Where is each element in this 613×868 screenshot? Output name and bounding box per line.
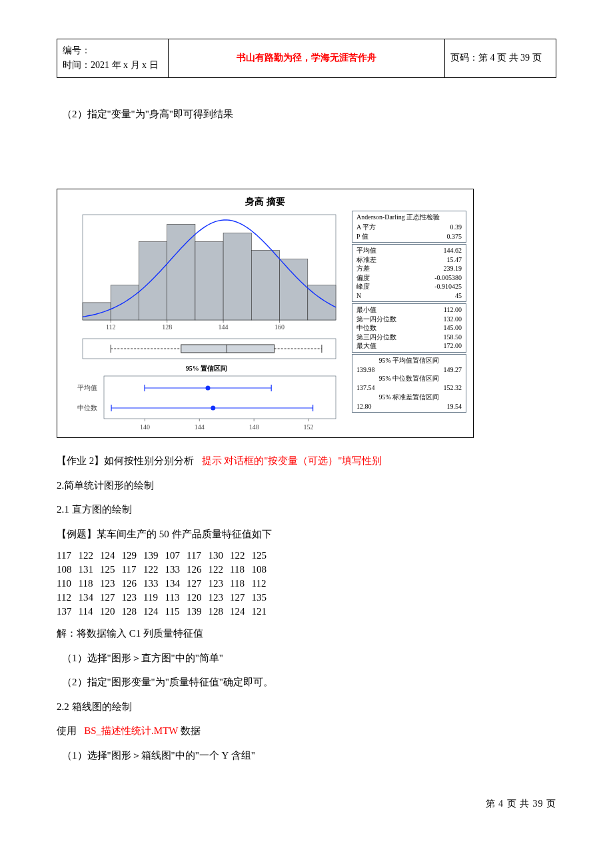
example-title: 【例题】某车间生产的 50 件产品质量特征值如下 [57, 525, 556, 544]
header-banner: 书山有路勤为径，学海无涯苦作舟 [169, 39, 445, 78]
data-cell: 108 [57, 563, 79, 577]
header-page: 页码：第 4 页 共 39 页 [445, 39, 556, 78]
svg-text:144: 144 [195, 423, 205, 431]
stats-panel: Anderson-Darling 正态性检验A 平方0.39P 值0.375 平… [352, 211, 466, 432]
svg-text:112: 112 [106, 323, 116, 331]
summary-chart: 身高 摘要 112128144160 [57, 189, 474, 438]
data-cell: 126 [122, 577, 144, 591]
svg-rect-3 [139, 242, 167, 321]
svg-rect-8 [280, 259, 308, 320]
data-cell: 120 [100, 605, 122, 619]
table-row: 112134127123119113120123127135 [57, 591, 273, 605]
descriptive-stats-box: 平均值144.62标准差15.47方差239.19偏度-0.005380峰度-0… [352, 244, 466, 302]
data-cell: 131 [79, 563, 101, 577]
boxplot-plot [64, 337, 344, 361]
hw2-hint: 提示 对话框的"按变量（可选）"填写性别 [202, 455, 382, 466]
data-cell: 130 [209, 549, 231, 563]
data-cell: 107 [165, 549, 187, 563]
data-cell: 108 [252, 563, 274, 577]
svg-text:148: 148 [249, 423, 259, 431]
data-cell: 126 [187, 563, 209, 577]
svg-text:中位数: 中位数 [77, 404, 97, 411]
ci-plot: 平均值中位数 140144148152 [64, 375, 344, 432]
data-cell: 117 [57, 549, 79, 563]
data-cell: 121 [252, 605, 274, 619]
table-row: 110118123126133134127123118112 [57, 577, 273, 591]
data-cell: 139 [187, 605, 209, 619]
data-cell: 127 [187, 577, 209, 591]
svg-rect-23 [181, 345, 275, 353]
data-cell: 135 [252, 591, 274, 605]
use-file: BS_描述性统计.MTW [84, 725, 178, 736]
data-cell: 113 [165, 591, 187, 605]
use-file-line: 使用 BS_描述性统计.MTW 数据 [57, 721, 556, 741]
box-step1: （1）选择"图形＞箱线图"中的"一个 Y 含组" [62, 746, 556, 765]
svg-rect-9 [308, 285, 336, 320]
step2-text: （2）指定"变量"为"身高"即可得到结果 [62, 105, 556, 124]
quantiles-box: 最小值112.00第一四分位数132.00中位数145.00第三四分位数158.… [352, 303, 466, 353]
data-cell: 123 [122, 591, 144, 605]
svg-text:128: 128 [162, 323, 172, 331]
data-cell: 129 [122, 549, 144, 563]
data-cell: 118 [230, 563, 252, 577]
data-cell: 124 [230, 605, 252, 619]
data-cell: 125 [252, 549, 274, 563]
svg-text:152: 152 [304, 423, 314, 431]
data-cell: 128 [122, 605, 144, 619]
data-cell: 117 [122, 563, 144, 577]
data-cell: 122 [143, 563, 165, 577]
sec-2: 2.简单统计图形的绘制 [57, 476, 556, 495]
hw2-prefix: 【作业 2】如何按性别分别分析 [57, 455, 194, 466]
svg-text:平均值: 平均值 [77, 384, 97, 391]
svg-point-35 [211, 406, 215, 411]
time-label: 时间：2021 年 x 月 x 日 [63, 58, 163, 73]
anderson-darling-box: Anderson-Darling 正态性检验A 平方0.39P 值0.375 [352, 211, 466, 243]
sec-2-2: 2.2 箱线图的绘制 [57, 697, 556, 717]
data-cell: 118 [79, 577, 101, 591]
svg-rect-2 [111, 285, 139, 320]
data-cell: 133 [165, 563, 187, 577]
data-cell: 123 [100, 577, 122, 591]
data-cell: 133 [143, 577, 165, 591]
svg-rect-5 [195, 242, 223, 321]
svg-point-30 [205, 386, 210, 391]
use-prefix: 使用 [57, 725, 77, 736]
chart-title: 身高 摘要 [64, 196, 466, 208]
data-cell: 115 [165, 605, 187, 619]
table-row: 137114120128124115139128124121 [57, 605, 273, 619]
data-cell: 123 [209, 591, 231, 605]
data-cell: 118 [230, 577, 252, 591]
svg-text:144: 144 [219, 323, 229, 331]
data-cell: 123 [209, 577, 231, 591]
data-cell: 134 [165, 577, 187, 591]
page-header-table: 编号： 时间：2021 年 x 月 x 日 书山有路勤为径，学海无涯苦作舟 页码… [57, 39, 556, 78]
data-cell: 122 [79, 549, 101, 563]
data-cell: 122 [209, 563, 231, 577]
use-suffix: 数据 [181, 725, 201, 736]
svg-rect-25 [104, 376, 336, 419]
ci-section-title: 95% 置信区间 [64, 364, 349, 373]
svg-text:140: 140 [140, 423, 150, 431]
sec-2-1: 2.1 直方图的绘制 [57, 500, 556, 519]
solution-step2: （2）指定"图形变量"为"质量特征值"确定即可。 [62, 673, 556, 692]
data-cell: 124 [143, 605, 165, 619]
data-cell: 112 [252, 577, 274, 591]
data-cell: 137 [57, 605, 79, 619]
ci-stats-box: 95% 平均值置信区间139.98149.2795% 中位数置信区间137.54… [352, 354, 466, 413]
data-cell: 117 [187, 549, 209, 563]
data-cell: 124 [100, 549, 122, 563]
data-cell: 127 [100, 591, 122, 605]
serial-label: 编号： [63, 43, 163, 58]
table-row: 108131125117122133126122118108 [57, 563, 273, 577]
data-cell: 120 [187, 591, 209, 605]
svg-text:160: 160 [275, 323, 285, 331]
table-row: 117122124129139107117130122125 [57, 549, 273, 563]
data-cell: 114 [79, 605, 101, 619]
header-left: 编号： 时间：2021 年 x 月 x 日 [57, 39, 169, 78]
svg-rect-7 [251, 251, 279, 321]
data-cell: 122 [230, 549, 252, 563]
svg-rect-6 [223, 233, 251, 321]
page-footer: 第 4 页 共 39 页 [57, 798, 556, 810]
data-cell: 125 [100, 563, 122, 577]
data-cell: 134 [79, 591, 101, 605]
